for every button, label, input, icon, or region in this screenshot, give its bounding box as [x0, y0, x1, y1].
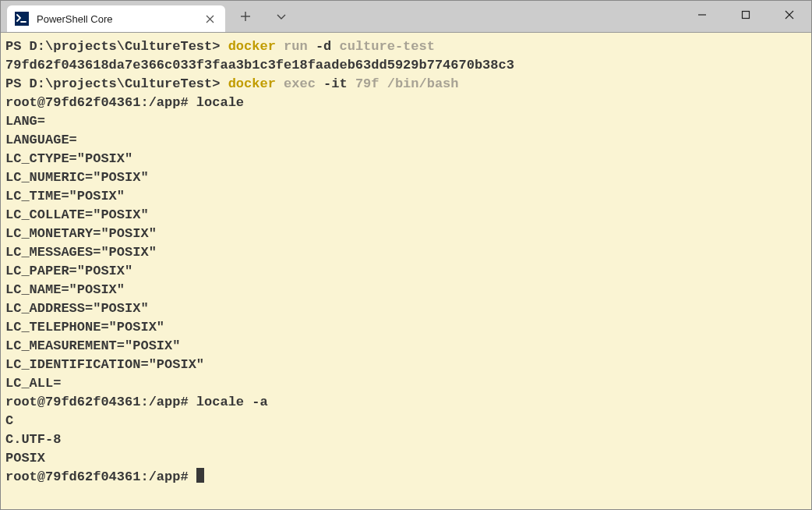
tab-dropdown-button[interactable] [269, 4, 294, 29]
minimize-button[interactable] [680, 1, 724, 29]
new-tab-button[interactable] [233, 4, 258, 29]
cmd-run: run [276, 39, 316, 54]
ps-prompt-1: PS D:\projects\CultureTest> [5, 39, 228, 54]
tab-actions [225, 1, 294, 32]
container-id-output: 79fd62f043618da7e366c033f3faa3b1c3fe18fa… [5, 58, 514, 73]
titlebar: PowerShell Core [1, 1, 811, 32]
powershell-icon [15, 12, 29, 26]
svg-rect-6 [743, 12, 750, 19]
locale-output: LANG= LANGUAGE= LC_CTYPE="POSIX" LC_NUME… [5, 114, 204, 391]
bash-prompt-locale: root@79fd62f04361:/app# locale [5, 95, 244, 110]
tab-close-button[interactable] [203, 12, 216, 25]
cmd-docker-1: docker [228, 39, 276, 54]
cmd-docker-2: docker [228, 76, 276, 91]
tab-powershell[interactable]: PowerShell Core [7, 5, 225, 32]
cmd-exec: exec [276, 76, 323, 91]
cmd-dash-d: -d [316, 39, 331, 54]
app-window: PowerShell Core [0, 0, 812, 510]
close-button[interactable] [768, 1, 811, 29]
locale-a-output: C C.UTF-8 POSIX [5, 413, 61, 466]
terminal-cursor [196, 468, 204, 483]
tab-title: PowerShell Core [37, 13, 196, 25]
window-controls [680, 1, 811, 29]
cmd-image: culture-test [331, 39, 435, 54]
cmd-dash-it: -it [323, 76, 348, 91]
bash-final-prompt: root@79fd62f04361:/app# [5, 469, 196, 484]
cmd-bash: 79f /bin/bash [348, 76, 459, 91]
maximize-button[interactable] [724, 1, 768, 29]
terminal-area[interactable]: PS D:\projects\CultureTest> docker run -… [1, 32, 811, 509]
ps-prompt-2: PS D:\projects\CultureTest> [5, 76, 228, 91]
bash-prompt-locale-a: root@79fd62f04361:/app# locale -a [5, 395, 268, 409]
